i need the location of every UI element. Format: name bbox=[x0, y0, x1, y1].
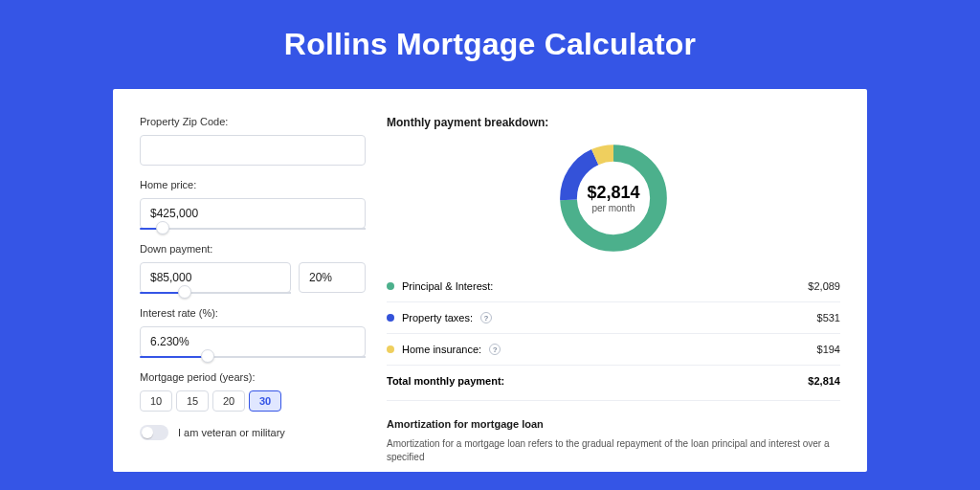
interest-rate-label: Interest rate (%): bbox=[140, 307, 366, 319]
period-option-15[interactable]: 15 bbox=[176, 390, 209, 412]
breakdown-column: Monthly payment breakdown: $2,814 per mo… bbox=[387, 116, 840, 472]
down-payment-slider[interactable] bbox=[140, 292, 291, 294]
interest-rate-input[interactable] bbox=[140, 326, 366, 357]
legend-label: Principal & Interest: bbox=[402, 280, 493, 292]
calculator-panel: Property Zip Code: Home price: Down paym… bbox=[113, 89, 867, 472]
breakdown-title: Monthly payment breakdown: bbox=[387, 116, 840, 129]
info-icon[interactable]: ? bbox=[480, 312, 492, 323]
legend-value: $2,089 bbox=[808, 280, 840, 292]
veteran-label: I am veteran or military bbox=[178, 427, 285, 438]
legend-label: Property taxes: bbox=[402, 312, 473, 323]
total-row: Total monthly payment: $2,814 bbox=[387, 366, 840, 401]
legend-label: Home insurance: bbox=[402, 344, 481, 355]
veteran-toggle[interactable] bbox=[140, 425, 168, 440]
mortgage-period-options: 10 15 20 30 bbox=[140, 390, 366, 412]
period-option-30[interactable]: 30 bbox=[249, 390, 281, 412]
home-price-input[interactable] bbox=[140, 198, 366, 229]
dot-icon bbox=[387, 345, 394, 353]
donut-sub: per month bbox=[591, 203, 635, 213]
down-payment-percent-input[interactable] bbox=[299, 262, 366, 293]
legend-row-insurance: Home insurance: ? $194 bbox=[387, 334, 840, 366]
mortgage-period-label: Mortgage period (years): bbox=[140, 371, 366, 383]
zip-label: Property Zip Code: bbox=[140, 116, 366, 127]
legend-row-taxes: Property taxes: ? $531 bbox=[387, 302, 840, 334]
donut-chart: $2,814 per month bbox=[387, 139, 840, 257]
amortization-text: Amortization for a mortgage loan refers … bbox=[387, 437, 840, 464]
legend-value: $194 bbox=[817, 344, 840, 355]
dot-icon bbox=[387, 314, 394, 322]
veteran-toggle-row: I am veteran or military bbox=[140, 425, 366, 440]
total-value: $2,814 bbox=[808, 375, 840, 387]
legend-row-principal: Principal & Interest: $2,089 bbox=[387, 271, 840, 302]
donut-amount: $2,814 bbox=[587, 183, 639, 203]
interest-rate-field: Interest rate (%): bbox=[140, 307, 366, 358]
down-payment-label: Down payment: bbox=[140, 243, 366, 255]
toggle-knob-icon bbox=[142, 427, 153, 438]
home-price-label: Home price: bbox=[140, 179, 366, 190]
down-payment-amount-input[interactable] bbox=[140, 262, 291, 293]
page-title: Rollins Mortgage Calculator bbox=[0, 27, 980, 62]
slider-thumb-icon[interactable] bbox=[201, 349, 214, 363]
down-payment-field: Down payment: bbox=[140, 243, 366, 294]
dot-icon bbox=[387, 282, 394, 290]
total-label: Total monthly payment: bbox=[387, 375, 504, 387]
zip-input[interactable] bbox=[140, 135, 366, 166]
home-price-slider[interactable] bbox=[140, 228, 366, 230]
form-column: Property Zip Code: Home price: Down paym… bbox=[140, 116, 366, 472]
interest-rate-slider[interactable] bbox=[140, 356, 366, 358]
info-icon[interactable]: ? bbox=[489, 344, 501, 355]
period-option-20[interactable]: 20 bbox=[212, 390, 245, 412]
mortgage-period-field: Mortgage period (years): 10 15 20 30 bbox=[140, 371, 366, 412]
amortization-title: Amortization for mortgage loan bbox=[387, 418, 840, 430]
legend-value: $531 bbox=[817, 312, 840, 323]
period-option-10[interactable]: 10 bbox=[140, 390, 172, 412]
slider-thumb-icon[interactable] bbox=[178, 285, 191, 299]
slider-thumb-icon[interactable] bbox=[156, 221, 169, 234]
home-price-field: Home price: bbox=[140, 179, 366, 230]
zip-field: Property Zip Code: bbox=[140, 116, 366, 166]
